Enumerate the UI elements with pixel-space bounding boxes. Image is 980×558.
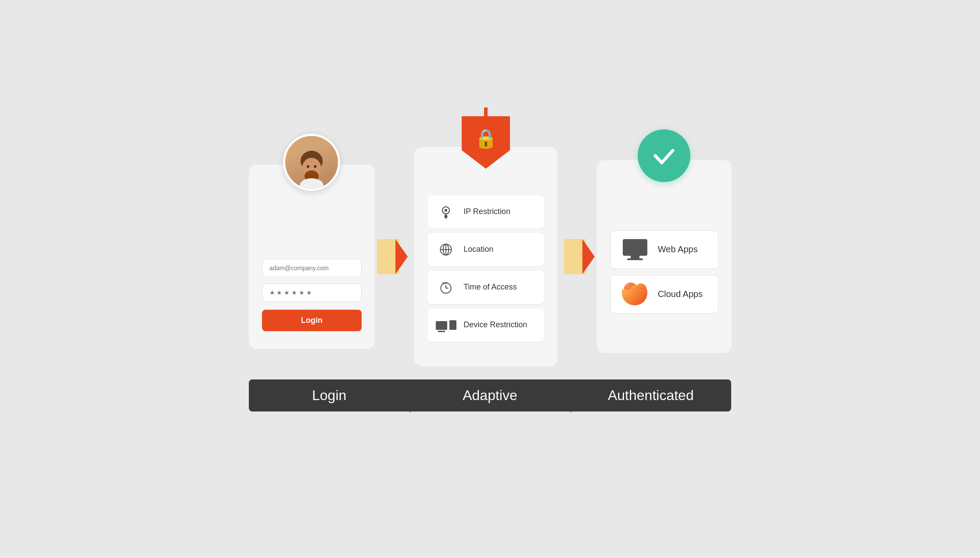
web-apps-item: Web Apps bbox=[610, 230, 718, 269]
time-label: Time of Access bbox=[463, 283, 517, 292]
label-login: Login bbox=[249, 379, 410, 411]
svg-point-7 bbox=[445, 209, 447, 211]
ip-restriction-label: IP Restriction bbox=[463, 207, 510, 216]
restriction-item-ip: IP Restriction bbox=[427, 195, 544, 229]
shield-icon: 🔒 bbox=[462, 116, 510, 169]
device-icon bbox=[436, 315, 456, 335]
svg-point-4 bbox=[314, 165, 316, 168]
email-field[interactable] bbox=[262, 259, 362, 277]
label-authenticated: Authenticated bbox=[570, 379, 731, 411]
restriction-item-device: Device Restriction bbox=[427, 308, 544, 342]
svg-point-5 bbox=[300, 178, 323, 188]
cloud-apps-label: Cloud Apps bbox=[658, 289, 703, 299]
restriction-item-location: Location bbox=[427, 233, 544, 266]
arrow-2 bbox=[562, 237, 597, 276]
location-icon bbox=[436, 240, 456, 259]
web-apps-icon bbox=[621, 239, 649, 261]
device-label: Device Restriction bbox=[463, 320, 527, 329]
main-flow: Login 🔒 bbox=[249, 147, 732, 366]
avatar bbox=[283, 134, 340, 191]
web-apps-label: Web Apps bbox=[658, 244, 698, 254]
shield-badge: 🔒 bbox=[462, 116, 510, 169]
cloud-apps-item: Cloud Apps bbox=[610, 275, 718, 314]
login-button[interactable]: Login bbox=[262, 310, 362, 331]
login-form: Login bbox=[262, 259, 362, 331]
svg-text:24: 24 bbox=[442, 281, 446, 285]
password-field[interactable] bbox=[262, 283, 362, 302]
labels-row: Login Adaptive Authenticated bbox=[249, 379, 732, 411]
check-badge bbox=[638, 129, 690, 182]
cloud-apps-icon bbox=[621, 283, 649, 305]
authenticated-card: Web Apps Cloud Apps bbox=[597, 160, 732, 353]
restriction-item-time: 24 Time of Access bbox=[427, 271, 544, 304]
time-icon: 24 bbox=[436, 278, 456, 297]
arrow-1 bbox=[375, 237, 410, 276]
lock-icon: 🔒 bbox=[474, 129, 497, 148]
location-label: Location bbox=[463, 245, 493, 254]
login-card: Login bbox=[249, 165, 375, 349]
label-adaptive: Adaptive bbox=[409, 379, 571, 411]
app-list: Web Apps Cloud Apps bbox=[610, 230, 718, 314]
svg-point-3 bbox=[307, 165, 309, 168]
adaptive-card: 🔒 IP Restriction bbox=[414, 147, 557, 366]
ip-restriction-icon bbox=[436, 202, 456, 222]
restriction-list: IP Restriction Location bbox=[427, 195, 544, 342]
